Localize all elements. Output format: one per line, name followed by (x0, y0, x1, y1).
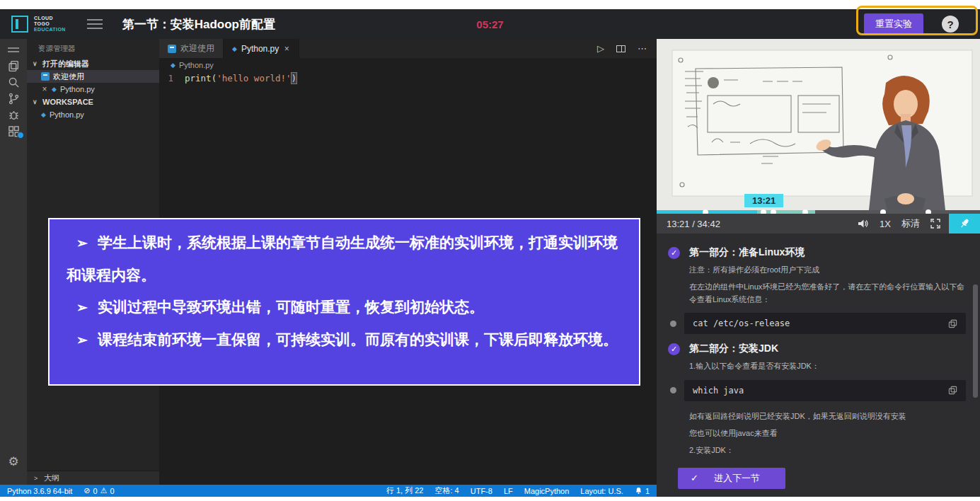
cloudtogo-logo-icon (11, 16, 28, 33)
chapter-title: 第一节：安装Hadoop前配置 (122, 16, 275, 33)
status-cursor-position[interactable]: 行 1, 列 22 (386, 485, 424, 496)
status-indentation[interactable]: 空格: 4 (434, 485, 459, 496)
activity-bar: ⚙ (0, 39, 27, 485)
reset-experiment-button[interactable]: 重置实验 (864, 13, 923, 35)
command-row-which-java: which java (668, 380, 966, 401)
python-file-icon: ◆ (171, 62, 175, 69)
explorer-header: 资源管理器 (27, 39, 159, 57)
video-frame-presenter (657, 39, 980, 210)
editor-tab-bar: 欢迎使用 ◆ Python.py × ▷ ⋯ (159, 39, 657, 58)
video-player[interactable]: 13:21 (657, 39, 980, 210)
volume-icon[interactable] (858, 219, 869, 229)
help-icon[interactable]: ? (942, 16, 959, 33)
section-2-desc2: 您也可以使用javac来查看 (689, 427, 966, 439)
status-encoding[interactable]: UTF-8 (471, 487, 492, 495)
outline-section[interactable]: > 大纲 (27, 471, 159, 485)
line-number: 1 (159, 72, 185, 85)
welcome-file-icon (168, 45, 176, 53)
logo-line1: CLOUD (34, 16, 66, 21)
lesson-content: ✓ 第一部分：准备Linux环境 注意：所有操作必须在root用户下完成 在左边… (657, 234, 980, 497)
warning-icon: ⚠ (100, 486, 108, 495)
breadcrumb[interactable]: ◆ Python.py (159, 58, 657, 71)
editor-actions: ▷ ⋯ (597, 39, 657, 58)
step-dot-icon (670, 321, 676, 327)
check-icon: ✓ (691, 473, 698, 483)
explorer-icon[interactable] (0, 58, 27, 74)
bell-icon (635, 487, 642, 495)
topbar-actions: 重置实验 ? (864, 13, 969, 35)
split-editor-icon[interactable] (616, 45, 626, 52)
chevron-down-icon: ∨ (33, 60, 39, 67)
command-row-os-release: cat /etc/os-release (668, 313, 966, 334)
debug-icon[interactable] (0, 107, 27, 123)
menu-icon[interactable] (87, 19, 103, 29)
copy-icon[interactable] (948, 386, 957, 395)
countdown-timer: 05:27 (476, 18, 503, 30)
status-eol[interactable]: LF (504, 487, 513, 495)
status-bar: Python 3.6.9 64-bit ⊘ 0 ⚠ 0 行 1, 列 22 空格… (0, 485, 657, 497)
logo-line2: TOGO (34, 21, 66, 27)
more-actions-icon[interactable]: ⋯ (638, 43, 647, 54)
arrow-bullet-icon: ➢ (76, 300, 88, 315)
annotation-bullet-1: ➢学生上课时，系统根据上课的章节自动生成统一标准的实训环境，打通实训环境和课程内… (67, 226, 619, 291)
open-editor-welcome[interactable]: 欢迎使用 (27, 70, 159, 83)
python-file-icon: ◆ (41, 111, 46, 118)
check-circle-icon: ✓ (668, 343, 680, 355)
top-bar: CLOUD TOGO EDUCATION 第一节：安装Hadoop前配置 05:… (0, 9, 980, 39)
settings-gear-icon[interactable]: ⚙ (8, 454, 18, 469)
seek-time-tooltip: 13:21 (744, 194, 783, 207)
pin-video-button[interactable] (949, 214, 980, 234)
status-python-version[interactable]: Python 3.6.9 64-bit (7, 487, 72, 495)
time-display: 13:21 / 34:42 (667, 219, 720, 229)
run-icon[interactable]: ▷ (597, 43, 604, 54)
section-2-step2: 2.安装JDK： (689, 444, 966, 456)
python-file-icon: ◆ (232, 45, 237, 52)
annotation-bullet-2: ➢实训过程中导致环境出错，可随时重置，恢复到初始状态。 (67, 291, 619, 323)
search-icon[interactable] (0, 74, 27, 91)
annotation-overlay: ➢学生上课时，系统根据上课的章节自动生成统一标准的实训环境，打通实训环境和课程内… (48, 218, 640, 386)
welcome-file-icon (41, 72, 50, 81)
lesson-panel: 13:21 13:21 / 34:42 1X (657, 39, 980, 497)
check-circle-icon: ✓ (668, 247, 680, 259)
sidebar-menu-icon[interactable] (0, 42, 27, 58)
video-controls: 13:21 / 34:42 1X 标清 (657, 214, 980, 234)
open-editor-python[interactable]: × ◆ Python.py (27, 83, 159, 96)
scrollbar-thumb[interactable] (973, 284, 978, 398)
open-editors-section[interactable]: ∨ 打开的编辑器 (27, 57, 159, 70)
section-2-desc1: 如有返回路径则说明已经安装JDK，如果无返回则说明没有安装 (689, 410, 966, 422)
step-dot-icon (670, 387, 676, 393)
logo-line3: EDUCATION (34, 27, 66, 33)
extensions-badge (17, 132, 24, 139)
status-language-mode[interactable]: MagicPython (524, 487, 570, 495)
copy-icon[interactable] (948, 319, 957, 328)
chevron-down-icon: ∨ (33, 98, 39, 105)
workspace-file-python[interactable]: ◆ Python.py (27, 108, 159, 121)
status-problems[interactable]: ⊘ 0 ⚠ 0 (83, 486, 114, 495)
next-section-button[interactable]: ✓ 进入下一节 (678, 468, 785, 489)
status-keyboard-layout[interactable]: Layout: U.S. (580, 487, 623, 495)
workspace-section[interactable]: ∨ WORKSPACE (27, 96, 159, 108)
close-icon[interactable]: × (283, 44, 290, 54)
section-1-desc: 在左边的组件中Linux环境已经为您准备好了，请在左下的命令行位置输入以下命令查… (689, 280, 966, 306)
status-notifications[interactable]: 1 (635, 487, 650, 495)
section-1-title: ✓ 第一部分：准备Linux环境 (668, 246, 966, 259)
section-2-title: ✓ 第二部分：安装JDK (668, 342, 966, 355)
close-icon[interactable]: × (41, 84, 48, 94)
annotation-bullet-3: ➢课程结束前环境一直保留，可持续实训。而原有的实训课，下课后即释放环境。 (67, 323, 619, 356)
arrow-bullet-icon: ➢ (76, 236, 88, 250)
error-icon: ⊘ (83, 486, 90, 495)
chevron-right-icon: > (34, 475, 40, 482)
playback-speed[interactable]: 1X (880, 219, 891, 229)
tab-python[interactable]: ◆ Python.py × (224, 39, 299, 58)
command-box: cat /etc/os-release (684, 313, 966, 334)
source-control-icon[interactable] (0, 91, 27, 107)
tab-welcome[interactable]: 欢迎使用 (159, 39, 224, 58)
cloudtogo-logo-text: CLOUD TOGO EDUCATION (34, 16, 66, 33)
extensions-icon[interactable] (0, 123, 27, 139)
quality-selector[interactable]: 标清 (901, 217, 920, 230)
fullscreen-icon[interactable] (930, 219, 940, 229)
code-line-1: 1 print('hello world!') (159, 72, 657, 85)
section-2-step1: 1.输入以下命令查看是否有安装JDK： (689, 359, 966, 372)
app-window: CLOUD TOGO EDUCATION 第一节：安装Hadoop前配置 05:… (0, 9, 980, 497)
arrow-bullet-icon: ➢ (76, 333, 88, 347)
